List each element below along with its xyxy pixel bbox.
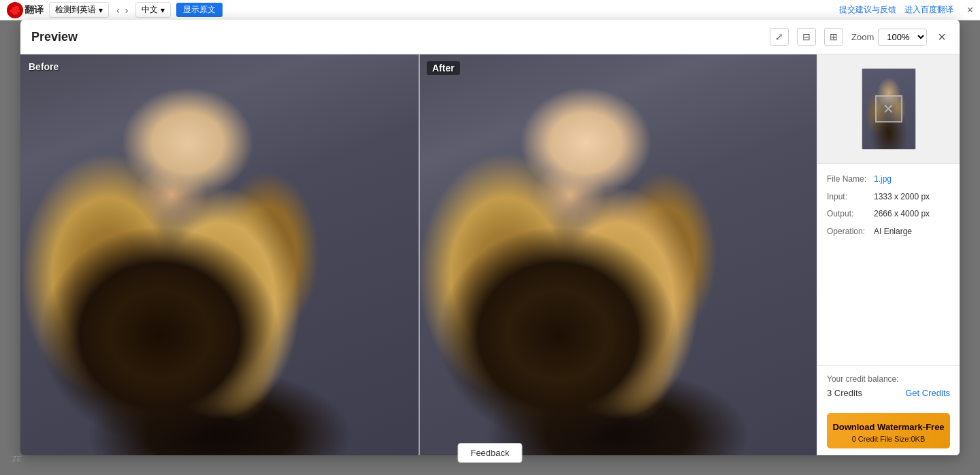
baidu-icon: [7, 2, 23, 18]
input-row: Input: 1333 x 2000 px: [827, 190, 950, 205]
left-indicator: ZE: [12, 455, 22, 463]
nav-back-button[interactable]: ‹: [114, 5, 122, 16]
credit-balance-label: Your credit balance:: [827, 374, 950, 384]
credit-count: 3 Credits: [827, 388, 862, 398]
topbar: 翻译 检测到英语 ▾ ‹ › 中文 ▾ 显示原文 提交建议与反馈 进入百度翻译 …: [0, 0, 980, 20]
modal-close-button[interactable]: ×: [935, 29, 949, 45]
divider-line: [419, 54, 420, 455]
svg-point-3: [12, 11, 18, 15]
nav-arrows: ‹ ›: [114, 5, 130, 16]
thumbnail-area: ✕: [817, 54, 960, 164]
zoom-label: Zoom: [851, 32, 874, 42]
output-label: Output:: [827, 207, 871, 222]
download-button[interactable]: Download Watermark-Free 0 Credit File Si…: [827, 413, 950, 448]
image-comparison-area[interactable]: Before After: [20, 54, 817, 455]
file-name-row: File Name: 1.jpg: [827, 172, 950, 187]
download-sub-label: 0 Credit File Size:0KB: [832, 434, 945, 444]
preview-modal: Preview ⤢ ⊟ ⊞ Zoom 100% 50% 200% × Befor…: [20, 20, 960, 455]
credit-row: 3 Credits Get Credits: [827, 388, 950, 398]
baidu-logo: 翻译: [7, 2, 44, 18]
modal-title: Preview: [31, 30, 78, 44]
show-original-button[interactable]: 显示原文: [176, 3, 223, 17]
target-language-label: 中文: [142, 4, 158, 16]
target-chevron-icon: ▾: [161, 5, 165, 15]
file-name-value: 1.jpg: [874, 172, 892, 187]
after-label: After: [427, 61, 460, 75]
operation-value: AI Enlarge: [874, 225, 912, 240]
before-label: Before: [29, 61, 59, 72]
file-name-label: File Name:: [827, 172, 871, 187]
thumbnail-watermark: ✕: [875, 95, 902, 122]
goto-baidu-link[interactable]: 进入百度翻译: [904, 4, 953, 16]
right-sidebar: ✕ File Name: 1.jpg Input: 1333 x 2000 px…: [817, 54, 960, 455]
view-split-button[interactable]: ⊟: [797, 28, 816, 46]
topbar-right: 提交建议与反馈 进入百度翻译 ×: [839, 4, 973, 16]
output-value: 2666 x 4000 px: [874, 207, 930, 222]
operation-row: Operation: AI Enlarge: [827, 225, 950, 240]
zoom-select[interactable]: 100% 50% 200%: [878, 29, 927, 46]
input-value: 1333 x 2000 px: [874, 190, 930, 205]
nav-forward-button[interactable]: ›: [123, 5, 131, 16]
feedback-button[interactable]: Feedback: [457, 443, 522, 463]
feedback-link[interactable]: 提交建议与反馈: [839, 4, 896, 16]
detect-chevron-icon: ▾: [99, 5, 103, 15]
target-language-button[interactable]: 中文 ▾: [135, 2, 171, 18]
input-label: Input:: [827, 190, 871, 205]
baidu-translate-label: 翻译: [24, 4, 44, 16]
after-panel: After: [419, 54, 817, 455]
view-fullscreen-button[interactable]: ⤢: [770, 28, 789, 46]
operation-label: Operation:: [827, 225, 871, 240]
download-main-label: Download Watermark-Free: [832, 421, 945, 433]
modal-header: Preview ⤢ ⊟ ⊞ Zoom 100% 50% 200% ×: [20, 20, 960, 54]
zoom-container: Zoom 100% 50% 200%: [851, 29, 927, 46]
watermark-symbol: ✕: [883, 101, 894, 117]
output-row: Output: 2666 x 4000 px: [827, 207, 950, 222]
thumbnail-image: ✕: [862, 68, 916, 150]
before-panel: Before: [20, 54, 419, 455]
modal-body: Before After: [20, 54, 960, 455]
close-topbar-button[interactable]: ×: [967, 4, 973, 16]
detect-language-button[interactable]: 检测到英语 ▾: [49, 2, 109, 18]
detect-language-label: 检测到英语: [55, 4, 96, 16]
get-credits-link[interactable]: Get Credits: [905, 388, 950, 398]
file-info-panel: File Name: 1.jpg Input: 1333 x 2000 px O…: [817, 164, 960, 365]
credit-area: Your credit balance: 3 Credits Get Credi…: [817, 365, 960, 406]
view-grid-button[interactable]: ⊞: [824, 28, 843, 46]
